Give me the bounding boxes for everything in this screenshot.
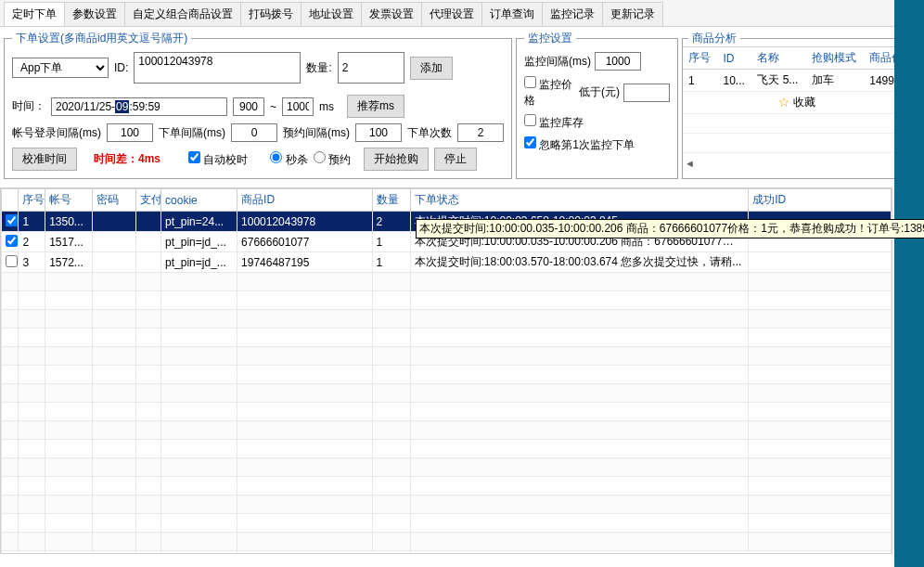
presale-interval-label: 预约间隔(ms) xyxy=(283,125,350,141)
row-checkbox[interactable] xyxy=(6,255,18,267)
order-settings-panel: 下单设置(多商品id用英文逗号隔开) App下单 ID: 10001204397… xyxy=(4,31,512,179)
grid-header[interactable]: 数量 xyxy=(372,189,410,212)
star-icon: ☆ xyxy=(778,96,789,109)
time-label: 时间： xyxy=(12,98,45,114)
tab-9[interactable]: 更新记录 xyxy=(602,2,663,26)
status-tooltip: 本次提交时间:10:00:00.035-10:00:00.206 商品：6766… xyxy=(416,219,924,238)
main-tabs: 定时下单参数设置自定义组合商品设置打码拨号地址设置发票设置代理设置订单查询监控记… xyxy=(0,0,924,27)
row-checkbox[interactable] xyxy=(6,235,18,247)
analysis-row[interactable]: 110...飞天 5...加车1499.0 xyxy=(683,70,911,92)
analysis-fav-row[interactable]: ☆ 收藏 xyxy=(683,92,911,114)
calibrate-time-button[interactable]: 校准时间 xyxy=(12,148,77,171)
grid-header[interactable]: 商品ID xyxy=(237,189,372,212)
auto-calib-checkbox[interactable]: 自动校时 xyxy=(188,151,248,168)
product-analysis-panel: 商品分析 序号ID名称抢购模式商品价 110...飞天 5...加车1499.0… xyxy=(682,31,912,179)
tab-6[interactable]: 代理设置 xyxy=(421,2,482,26)
order-count-label: 下单次数 xyxy=(407,125,452,141)
add-button[interactable]: 添加 xyxy=(410,57,453,80)
login-interval-input[interactable] xyxy=(107,123,153,142)
tab-2[interactable]: 自定义组合商品设置 xyxy=(124,2,241,26)
monitor-price-checkbox[interactable]: 监控价格 xyxy=(524,76,575,109)
mode-select[interactable]: App下单 xyxy=(12,58,109,78)
ms-to-input[interactable] xyxy=(282,97,314,116)
table-row[interactable]: 31572...pt_pin=jd_...197464871951本次提交时间:… xyxy=(2,252,892,273)
monitor-legend: 监控设置 xyxy=(524,31,576,46)
monitor-settings-panel: 监控设置 监控间隔(ms) 监控价格 低于(元) 监控库存 忽略第1次监控下单 xyxy=(516,31,678,179)
monitor-interval-input[interactable] xyxy=(595,52,641,71)
recommend-ms-button[interactable]: 推荐ms xyxy=(347,95,404,118)
grid-header[interactable] xyxy=(2,189,19,212)
presale-radio[interactable]: 预约 xyxy=(314,151,351,168)
order-interval-label: 下单间隔(ms) xyxy=(159,125,225,141)
row-checkbox[interactable] xyxy=(6,214,18,226)
price-below-input[interactable] xyxy=(623,84,670,102)
account-grid[interactable]: 序号帐号密码支付cookie商品ID数量下单状态成功ID 11350...pt_… xyxy=(0,187,892,554)
seckill-radio[interactable]: 秒杀 xyxy=(270,151,307,168)
tab-0[interactable]: 定时下单 xyxy=(4,2,65,26)
start-button[interactable]: 开始抢购 xyxy=(364,148,429,171)
order-interval-input[interactable] xyxy=(231,123,277,142)
skip-first-checkbox[interactable]: 忽略第1次监控下单 xyxy=(524,136,635,153)
presale-interval-input[interactable] xyxy=(355,123,402,142)
monitor-interval-label: 监控间隔(ms) xyxy=(524,54,591,70)
side-strip xyxy=(894,0,924,567)
grid-header[interactable]: 成功ID xyxy=(749,189,892,212)
qty-input[interactable] xyxy=(338,52,404,84)
monitor-stock-checkbox[interactable]: 监控库存 xyxy=(524,114,584,131)
ms-from-input[interactable] xyxy=(233,97,264,116)
tab-3[interactable]: 打码拨号 xyxy=(240,2,302,26)
grid-header[interactable]: 序号 xyxy=(19,189,45,212)
grid-header[interactable]: 下单状态 xyxy=(410,189,749,212)
analysis-legend: 商品分析 xyxy=(688,31,740,46)
grid-header[interactable]: 密码 xyxy=(93,189,136,212)
tab-1[interactable]: 参数设置 xyxy=(64,2,125,26)
stop-button[interactable]: 停止 xyxy=(434,148,477,171)
time-input[interactable]: 2020/11/25-09:59:59 xyxy=(51,97,227,116)
time-diff-label: 时间差：4ms xyxy=(94,151,160,167)
grid-header[interactable]: 支付 xyxy=(136,189,161,212)
tab-5[interactable]: 发票设置 xyxy=(361,2,422,26)
tab-7[interactable]: 订单查询 xyxy=(481,2,543,26)
analysis-table: 序号ID名称抢购模式商品价 110...飞天 5...加车1499.0☆ 收藏 xyxy=(683,47,911,158)
id-label: ID: xyxy=(114,61,128,74)
order-settings-legend: 下单设置(多商品id用英文逗号隔开) xyxy=(12,31,191,46)
analysis-scrollbar[interactable]: ◄► xyxy=(683,158,911,169)
qty-label: 数量: xyxy=(306,60,331,76)
tab-4[interactable]: 地址设置 xyxy=(301,2,362,26)
tab-8[interactable]: 监控记录 xyxy=(542,2,603,26)
product-id-input[interactable]: 100012043978 xyxy=(134,52,301,84)
grid-header[interactable]: 帐号 xyxy=(45,189,93,212)
login-interval-label: 帐号登录间隔(ms) xyxy=(12,125,101,141)
grid-header[interactable]: cookie xyxy=(161,189,237,212)
order-count-input[interactable] xyxy=(457,123,504,142)
